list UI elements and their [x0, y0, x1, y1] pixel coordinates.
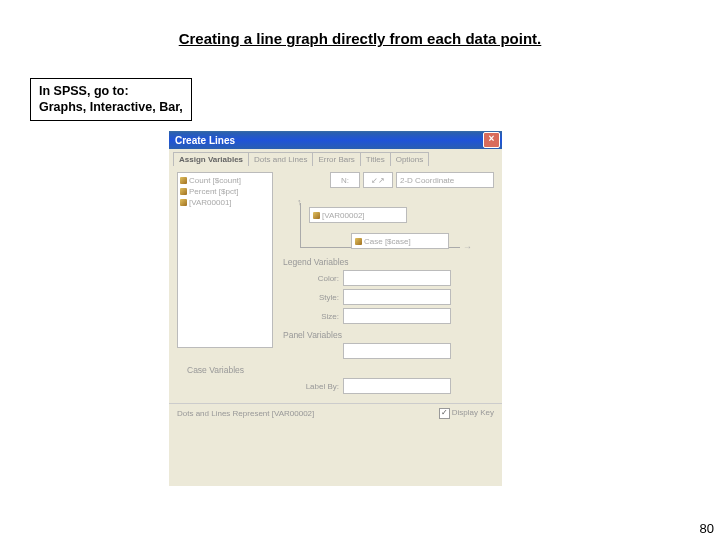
footer-represent: Dots and Lines Represent [VAR00002]: [177, 409, 314, 418]
instruction-line2: Graphs, Interactive, Bar,: [39, 99, 183, 115]
y-axis-field[interactable]: [VAR00002]: [309, 207, 407, 223]
var-icon: [180, 177, 187, 184]
instruction-line1: In SPSS, go to:: [39, 83, 183, 99]
list-item[interactable]: Percent [$pct]: [180, 186, 270, 197]
size-label: Size:: [283, 312, 339, 321]
list-item[interactable]: [VAR00001]: [180, 197, 270, 208]
size-field[interactable]: [343, 308, 451, 324]
close-icon[interactable]: ×: [483, 132, 500, 148]
var-icon: [313, 212, 320, 219]
checkbox-icon: ✓: [439, 408, 450, 419]
panel-field[interactable]: [343, 343, 451, 359]
style-label: Style:: [283, 293, 339, 302]
color-field[interactable]: [343, 270, 451, 286]
swap-axes-button[interactable]: ↙↗: [363, 172, 393, 188]
tab-row: Assign Variables Dots and Lines Error Ba…: [169, 149, 502, 166]
tab-error-bars[interactable]: Error Bars: [313, 152, 360, 166]
tab-options[interactable]: Options: [391, 152, 430, 166]
window-title: Create Lines: [175, 135, 235, 146]
instruction-box: In SPSS, go to: Graphs, Interactive, Bar…: [30, 78, 192, 121]
label-by-field[interactable]: [343, 378, 451, 394]
assignment-panel: N: ↙↗ 2-D Coordinate ↑ [VAR00002] Case […: [279, 172, 494, 397]
dialog-content: Count [$count] Percent [$pct] [VAR00001]…: [169, 166, 502, 403]
case-section: Case Variables: [187, 365, 494, 375]
tab-titles[interactable]: Titles: [361, 152, 391, 166]
arrow-right-icon: →: [463, 242, 472, 252]
spss-dialog: Create Lines × Assign Variables Dots and…: [169, 131, 502, 486]
label-by-label: Label By:: [283, 382, 339, 391]
slide-title: Creating a line graph directly from each…: [0, 30, 720, 47]
var-icon: [180, 199, 187, 206]
tab-assign-variables[interactable]: Assign Variables: [173, 152, 249, 166]
titlebar: Create Lines ×: [169, 131, 502, 149]
var-icon: [180, 188, 187, 195]
x-axis-field[interactable]: Case [$case]: [351, 233, 449, 249]
var-icon: [355, 238, 362, 245]
list-item[interactable]: Count [$count]: [180, 175, 270, 186]
legend-section: Legend Variables: [283, 257, 494, 267]
y-axis-line: [300, 203, 301, 247]
panel-section: Panel Variables: [283, 330, 494, 340]
style-field[interactable]: [343, 289, 451, 305]
coord-select[interactable]: 2-D Coordinate: [396, 172, 494, 188]
color-label: Color:: [283, 274, 339, 283]
orientation-button[interactable]: N:: [330, 172, 360, 188]
page-number: 80: [700, 521, 714, 536]
variable-list[interactable]: Count [$count] Percent [$pct] [VAR00001]: [177, 172, 273, 348]
dialog-footer: Dots and Lines Represent [VAR00002] ✓ Di…: [169, 403, 502, 423]
display-key-checkbox[interactable]: ✓ Display Key: [439, 408, 494, 419]
tab-dots-lines[interactable]: Dots and Lines: [249, 152, 313, 166]
